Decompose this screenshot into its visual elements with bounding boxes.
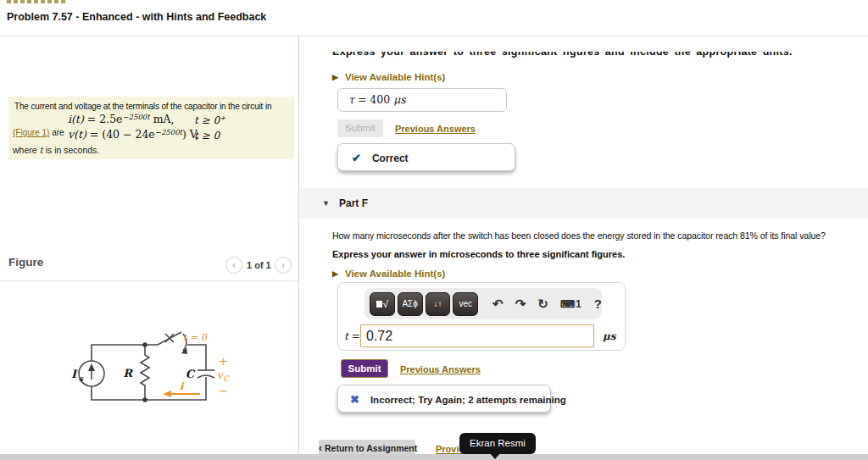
hint-arrow-icon: ▶: [332, 73, 338, 81]
switch-cross: [165, 334, 174, 342]
page-title: Problem 7.57 - Enhanced - with Hints and…: [7, 11, 266, 23]
back-chevron-icon: ‹: [319, 442, 322, 454]
current-label: i: [180, 380, 185, 392]
condition-voltage: t ≥ 0: [194, 130, 220, 141]
part-f-question: How many microseconds after the switch h…: [332, 230, 868, 241]
figure-divider: [0, 280, 298, 281]
previous-answers-link-part-f[interactable]: Previous Answers: [400, 364, 481, 374]
checkmark-icon: ✔: [352, 152, 361, 164]
reset-icon[interactable]: ↻: [537, 297, 548, 310]
problem-statement: The current and voltage at the terminals…: [8, 97, 294, 159]
figure-heading: Figure: [8, 256, 43, 269]
window-bottom-strip: [0, 454, 868, 460]
radical-icon: √: [383, 298, 389, 310]
source-arrowhead: [88, 363, 95, 371]
clipped-link-remnant: [7, 0, 66, 3]
view-hints-part-e[interactable]: ▶View Available Hint(s): [332, 72, 445, 82]
hint-arrow-icon: ▶: [332, 269, 338, 278]
figure-next-button[interactable]: ›: [275, 257, 292, 274]
figure-link[interactable]: (Figure 1): [13, 128, 49, 137]
math-templates-button[interactable]: √: [370, 292, 395, 316]
tooltip-pointer: [490, 453, 500, 459]
problem-intro: The current and voltage at the terminals…: [14, 102, 271, 111]
resistor-label: R: [123, 367, 133, 380]
answer-module: √ ΑΣϕ ↓↑ vec ↶ ↷ ↻ ⌨1 ? t = μs: [337, 282, 626, 351]
figure-pagination: 1 of 1: [247, 260, 271, 270]
equation-voltage: v(t) = (40 − 24e−2500t) V,: [68, 128, 199, 141]
circuit-diagram: I s R C t = 0 + v C − i: [56, 319, 255, 425]
equation-toolbar: √ ΑΣϕ ↓↑ vec ↶ ↷ ↻ ⌨1 ?: [364, 288, 602, 319]
answer-input[interactable]: [360, 324, 594, 347]
figure-prev-button[interactable]: ‹: [225, 257, 242, 274]
answer-display-part-e: τ = 400 μs: [337, 88, 507, 112]
capacitor-label: C: [186, 368, 196, 380]
template-square-icon: [376, 301, 382, 308]
redo-icon[interactable]: ↷: [515, 297, 526, 310]
answer-variable-label: t =: [344, 330, 360, 342]
view-hints-part-f[interactable]: ▶View Available Hint(s): [332, 269, 445, 279]
clipped-instruction: Express your answer to three significant…: [332, 52, 865, 60]
part-f-title: Part F: [339, 188, 368, 219]
problem-outro: where t is in seconds.: [13, 145, 99, 155]
submit-button-part-f[interactable]: Submit: [341, 359, 388, 378]
plus-label: +: [219, 355, 228, 368]
part-f-header[interactable]: ▼ Part F: [299, 188, 868, 219]
incorrect-feedback-box: ✖Incorrect; Try Again; 2 attempts remain…: [337, 385, 551, 413]
x-icon: ✖: [350, 393, 359, 406]
vector-button[interactable]: vec: [453, 292, 478, 316]
switch-time-label: t = 0: [183, 332, 208, 343]
undo-icon[interactable]: ↶: [492, 297, 504, 310]
help-icon[interactable]: ?: [594, 297, 602, 310]
condition-current: t ≥ 0+: [194, 114, 225, 126]
keyboard-icon[interactable]: ⌨1: [560, 299, 582, 309]
panel-divider: [298, 36, 299, 454]
answer-unit-label: μs: [603, 330, 616, 342]
source-label-sub: s: [79, 374, 84, 383]
header-divider: [0, 36, 868, 36]
source-label: I: [71, 368, 78, 380]
circuit-accent-labels: t = 0 + v C − i: [180, 332, 230, 397]
correct-feedback-box: ✔Correct: [337, 143, 515, 171]
collapse-arrow-icon: ▼: [322, 199, 330, 208]
sub-superscript-button[interactable]: ↓↑: [426, 292, 451, 316]
resistor: [141, 345, 149, 400]
greek-symbols-button[interactable]: ΑΣϕ: [398, 292, 423, 316]
equation-current: i(t) = 2.5e−2500t mA,: [68, 113, 174, 125]
problem-page: Problem 7.57 - Enhanced - with Hints and…: [0, 0, 868, 460]
previous-answers-link-part-e[interactable]: Previous Answers: [395, 124, 476, 134]
part-f-instruction: Express your answer in microseconds to t…: [332, 249, 625, 259]
submit-button-part-e: Submit: [337, 119, 383, 137]
minus-label: −: [219, 385, 228, 397]
figure-reference: (Figure 1) are: [13, 128, 64, 137]
voltage-label-sub: C: [223, 374, 230, 383]
screenshot-tooltip: Ekran Resmi: [459, 433, 536, 454]
